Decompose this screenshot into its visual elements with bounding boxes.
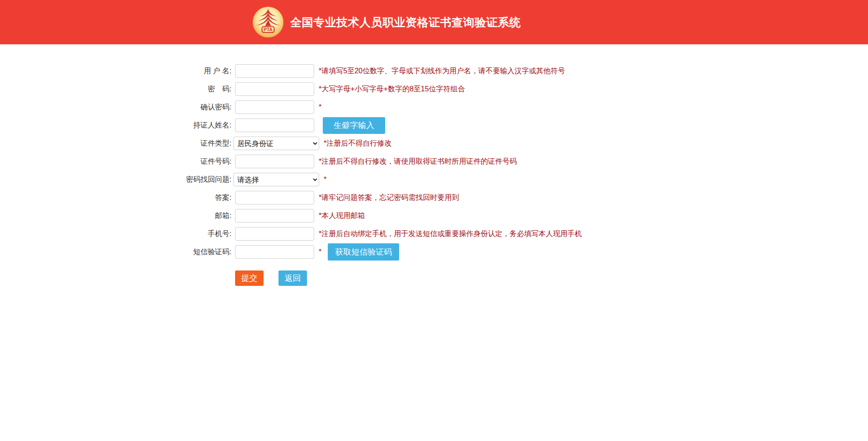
password-label: 密 码: [0,85,231,94]
id-number-label: 证件号码: [0,157,231,166]
pta-logo-text: PTA [264,27,272,32]
answer-hint: *请牢记问题答案，忘记密码需找回时要用到 [319,193,459,203]
form-actions: 提交 返回 [235,270,868,286]
pta-logo-icon: PTA [252,6,284,38]
answer-label: 答案: [0,193,231,203]
holder-name-label: 持证人姓名: [0,121,231,130]
form-row-id-number: 证件号码: *注册后不得自行修改，请使用取得证书时所用证件的证件号码 [0,155,868,168]
password-hint: *大写字母+小写字母+数字的8至15位字符组合 [319,85,465,94]
id-type-select[interactable]: 居民身份证 [233,137,319,150]
certificate-holder-name-input[interactable] [235,119,314,132]
page-header: PTA 全国专业技术人员职业资格证书查询验证系统 [0,0,868,44]
form-row-id-type: 证件类型: 居民身份证 *注册后不得自行修改 [0,137,868,150]
recovery-question-hint: * [324,175,326,184]
site-title: 全国专业技术人员职业资格证书查询验证系统 [290,15,521,30]
registration-form: 用 户 名: *请填写5至20位数字、字母或下划线作为用户名，请不要输入汉字或其… [0,64,868,286]
form-row-email: 邮箱: *本人现用邮箱 [0,209,868,223]
header-content: PTA 全国专业技术人员职业资格证书查询验证系统 [252,0,521,44]
form-row-confirm-password: 确认密码: * [0,100,868,114]
submit-button[interactable]: 提交 [235,270,264,286]
confirm-password-hint: * [319,103,321,111]
sms-code-hint: * [319,248,321,256]
password-input[interactable] [235,82,314,96]
mobile-number-input[interactable] [235,227,314,241]
mobile-label: 手机号: [0,229,231,239]
sms-code-label: 短信验证码: [0,247,231,257]
password-recovery-question-select[interactable]: 请选择 [233,173,319,186]
email-label: 邮箱: [0,211,231,221]
rare-character-input-button[interactable]: 生僻字输入 [323,117,385,134]
mobile-hint: *注册后自动绑定手机，用于发送短信或重要操作身份认定，务必填写本人现用手机 [319,229,582,239]
form-row-recovery-question: 密码找回问题: 请选择 * [0,173,868,186]
id-number-hint: *注册后不得自行修改，请使用取得证书时所用证件的证件号码 [319,157,517,166]
username-hint: *请填写5至20位数字、字母或下划线作为用户名，请不要输入汉字或其他符号 [319,66,565,76]
form-row-answer: 答案: *请牢记问题答案，忘记密码需找回时要用到 [0,191,868,204]
get-sms-code-button[interactable]: 获取短信验证码 [328,243,399,261]
form-row-username: 用 户 名: *请填写5至20位数字、字母或下划线作为用户名，请不要输入汉字或其… [0,64,868,78]
form-row-holder-name: 持证人姓名: 生僻字输入 [0,119,868,132]
email-hint: *本人现用邮箱 [319,211,365,221]
username-input[interactable] [235,64,314,78]
confirm-password-input[interactable] [235,100,314,114]
confirm-password-label: 确认密码: [0,103,231,112]
form-row-mobile: 手机号: *注册后自动绑定手机，用于发送短信或重要操作身份认定，务必填写本人现用… [0,227,868,241]
back-button[interactable]: 返回 [278,270,307,286]
username-label: 用 户 名: [0,66,231,76]
email-input[interactable] [235,209,314,223]
id-type-hint: *注册后不得自行修改 [324,139,392,148]
id-type-label: 证件类型: [0,139,231,148]
form-row-password: 密 码: *大写字母+小写字母+数字的8至15位字符组合 [0,82,868,96]
recovery-question-label: 密码找回问题: [0,175,231,185]
sms-code-input[interactable] [235,245,314,259]
answer-input[interactable] [235,191,314,204]
form-row-sms-code: 短信验证码: * 获取短信验证码 [0,245,868,259]
id-number-input[interactable] [235,155,314,168]
